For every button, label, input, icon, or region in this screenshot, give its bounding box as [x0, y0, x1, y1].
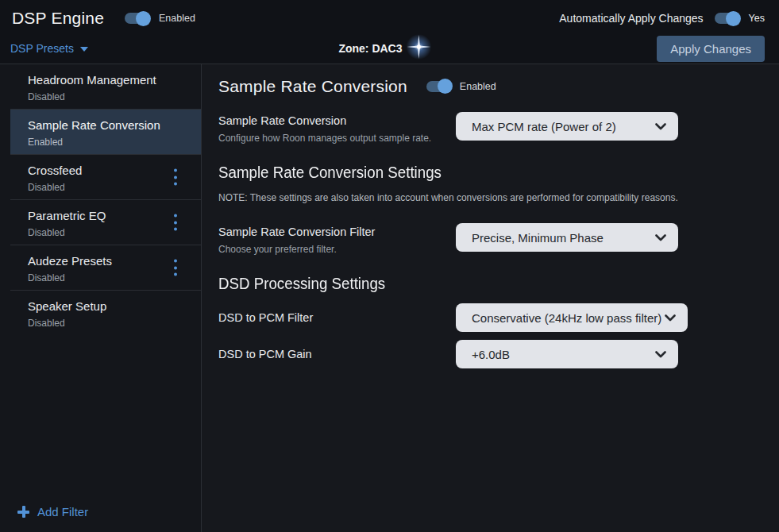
sidebar-item-audeze-presets[interactable]: Audeze Presets Disabled — [10, 245, 201, 290]
sample-rate-conversion-toggle[interactable] — [426, 81, 451, 92]
src-setting-label: Sample Rate Conversion — [218, 114, 456, 129]
toggle-knob-icon — [726, 11, 741, 26]
kebab-menu-icon[interactable] — [171, 211, 180, 234]
auto-apply-state: Yes — [749, 13, 765, 24]
zone-star-icon — [406, 33, 433, 64]
dropdown-value: Max PCM rate (Power of 2) — [472, 120, 655, 133]
chevron-down-icon — [80, 47, 88, 52]
settings-note: NOTE: These settings are also taken into… — [218, 192, 760, 203]
filter-status: Enabled — [28, 136, 201, 148]
kebab-menu-icon[interactable] — [171, 256, 180, 279]
dsp-presets-label: DSP Presets — [10, 42, 74, 55]
sidebar-item-parametric-eq[interactable]: Parametric EQ Disabled — [10, 200, 201, 245]
add-filter-button[interactable]: Add Filter — [0, 505, 201, 532]
dsd-to-pcm-gain-dropdown[interactable]: +6.0dB — [456, 340, 678, 368]
dropdown-value: Precise, Minimum Phase — [472, 231, 655, 245]
sidebar-item-speaker-setup[interactable]: Speaker Setup Disabled — [10, 291, 201, 335]
filter-name: Sample Rate Conversion — [28, 117, 201, 133]
auto-apply-label: Automatically Apply Changes — [559, 12, 703, 25]
dsp-engine-toggle-state: Enabled — [159, 13, 195, 24]
dsd-gain-label: DSD to PCM Gain — [218, 347, 456, 362]
src-filter-dropdown[interactable]: Precise, Minimum Phase — [456, 223, 678, 252]
filter-status: Disabled — [28, 91, 201, 103]
add-filter-label: Add Filter — [37, 505, 88, 519]
panel-title: Sample Rate Conversion — [218, 77, 407, 96]
dsp-presets-button[interactable]: DSP Presets — [10, 42, 88, 55]
src-filter-desc: Choose your preferred filter. — [218, 243, 456, 256]
sidebar-item-crossfeed[interactable]: Crossfeed Disabled — [10, 155, 201, 199]
chevron-down-icon — [665, 314, 676, 322]
dropdown-value: Conservative (24kHz low pass filter) — [472, 311, 665, 325]
dsp-filter-sidebar: Headroom Management Disabled Sample Rate… — [0, 64, 202, 532]
zone-label: Zone: DAC3 — [338, 42, 402, 55]
dsd-to-pcm-filter-dropdown[interactable]: Conservative (24kHz low pass filter) — [456, 303, 688, 332]
filter-name: Speaker Setup — [28, 298, 201, 314]
src-filter-label: Sample Rate Conversion Filter — [218, 225, 456, 240]
page-title: DSP Engine — [12, 9, 104, 28]
sidebar-item-sample-rate-conversion[interactable]: Sample Rate Conversion Enabled — [10, 110, 201, 154]
filter-name: Headroom Management — [28, 71, 201, 88]
dsd-filter-label: DSD to PCM Filter — [218, 310, 456, 326]
chevron-down-icon — [655, 351, 666, 358]
dsp-engine-toggle[interactable] — [125, 13, 149, 24]
top-bar: DSP Engine Enabled Automatically Apply C… — [0, 0, 779, 64]
src-mode-dropdown[interactable]: Max PCM rate (Power of 2) — [456, 112, 678, 141]
toggle-knob-icon — [136, 11, 151, 26]
toggle-knob-icon — [438, 79, 453, 94]
sidebar-item-headroom-management[interactable]: Headroom Management Disabled — [10, 64, 201, 109]
src-setting-desc: Configure how Roon manages output sample… — [218, 132, 456, 145]
auto-apply-toggle[interactable] — [715, 13, 739, 24]
apply-changes-button[interactable]: Apply Changes — [657, 36, 765, 62]
chevron-down-icon — [655, 234, 666, 241]
sample-rate-conversion-panel: Sample Rate Conversion Enabled Sample Ra… — [202, 64, 779, 532]
plus-icon — [17, 506, 29, 518]
settings-section-title: Sample Rate Conversion Settings — [218, 164, 739, 182]
chevron-down-icon — [655, 123, 666, 130]
kebab-menu-icon[interactable] — [171, 166, 180, 189]
dsd-section-title: DSD Processing Settings — [218, 275, 739, 293]
panel-toggle-state: Enabled — [460, 81, 496, 92]
dropdown-value: +6.0dB — [472, 348, 655, 361]
filter-status: Disabled — [28, 317, 201, 330]
